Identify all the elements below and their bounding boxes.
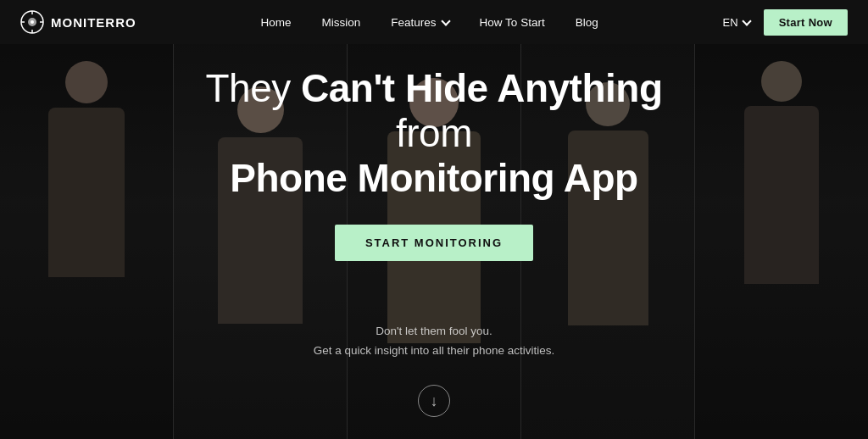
logo[interactable]: MONITERRO [20, 10, 136, 34]
nav-links: Home Mission Features How To Start Blog [261, 16, 598, 29]
navbar: MONITERRO Home Mission Features How To S… [0, 0, 868, 44]
person-1 [0, 44, 173, 439]
hero-section: They Can't Hide Anything from Phone Moni… [0, 44, 868, 439]
hero-content: They Can't Hide Anything from Phone Moni… [163, 66, 705, 417]
headline-part1: They [205, 66, 301, 110]
nav-mission[interactable]: Mission [322, 16, 361, 29]
subtitle-line2: Get a quick insight into all their phone… [314, 344, 554, 357]
person-5 [695, 44, 868, 439]
bg-panel-5 [695, 44, 868, 439]
start-now-button[interactable]: Start Now [764, 9, 848, 36]
nav-how-to-start[interactable]: How To Start [480, 16, 545, 29]
arrow-down-icon: ↓ [431, 393, 438, 408]
nav-features[interactable]: Features [391, 16, 448, 29]
headline-part2: from [396, 111, 472, 155]
nav-right: EN Start Now [723, 9, 848, 36]
features-dropdown-icon [441, 16, 450, 25]
subtitle-line1: Don't let them fool you. [376, 325, 492, 337]
bg-panel-1 [0, 44, 173, 439]
nav-home[interactable]: Home [261, 16, 292, 29]
start-monitoring-button[interactable]: START MONITORING [335, 225, 533, 261]
scroll-down-button[interactable]: ↓ [418, 385, 450, 417]
language-selector[interactable]: EN [723, 16, 750, 29]
headline-line2: Phone Monitoring App [230, 156, 637, 200]
hero-headline: They Can't Hide Anything from Phone Moni… [180, 66, 688, 201]
lang-dropdown-icon [742, 16, 751, 25]
logo-text: MONITERRO [51, 15, 136, 30]
logo-icon [20, 10, 44, 34]
svg-point-2 [31, 20, 34, 24]
headline-bold: Can't Hide Anything [301, 66, 663, 110]
hero-subtitle: Don't let them fool you. Get a quick ins… [180, 322, 688, 361]
nav-blog[interactable]: Blog [576, 16, 598, 29]
